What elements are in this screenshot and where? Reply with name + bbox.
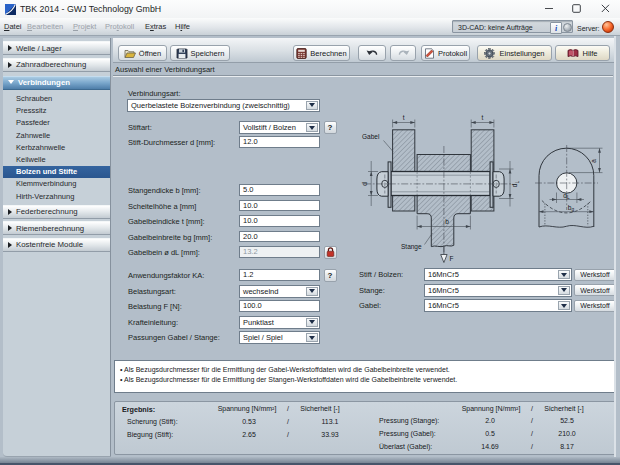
sidebar-group-riemenberechnung[interactable]: Riemenberechnung [3, 221, 110, 235]
result-row-sicherheit: 52.5 [542, 417, 592, 424]
info-icon[interactable]: i [550, 22, 562, 34]
menu-hilfe[interactable]: Hilfe [175, 22, 190, 31]
gabel-werkstoff-button[interactable]: Werkstoff [574, 300, 616, 312]
results-title: Ergebnis: [122, 405, 155, 414]
collapsed-arrow-icon [8, 45, 12, 51]
anwendungsfaktor-input[interactable]: 1.2 [239, 269, 320, 281]
sidebar-item-zahnwelle[interactable]: Zahnwelle [3, 129, 110, 141]
stiftart-help-button[interactable]: ? [324, 121, 337, 134]
sidebar-item-kerbzahnwelle[interactable]: Kerbzahnwelle [3, 141, 110, 153]
dropdown-arrow-icon[interactable] [306, 318, 318, 327]
sidebar-group-welle-lager[interactable]: Welle / Lager [3, 41, 110, 55]
undo-button[interactable] [358, 45, 386, 61]
gabelbeindicke-input[interactable]: 10.0 [239, 215, 320, 227]
fork-leg-left [393, 130, 415, 211]
dropdown-arrow-icon[interactable] [306, 101, 318, 110]
results-slash: / [531, 405, 533, 412]
sidebar-item-hirth-verzahnung[interactable]: Hirth-Verzahnung [3, 190, 110, 202]
help-button[interactable]: Hilfe [555, 45, 610, 61]
label-gabel: Gabel [362, 133, 380, 140]
menu-protokoll[interactable]: Protokoll [105, 22, 134, 31]
close-button[interactable] [592, 0, 618, 17]
settings-button[interactable]: Einstellungen [477, 45, 552, 61]
sidebar-item-bolzen-und-stifte[interactable]: Bolzen und Stifte [3, 166, 110, 178]
sidebar-item-presssitz[interactable]: Presssitz [3, 105, 110, 117]
gabelbeinbreite-input[interactable]: 20.0 [239, 231, 320, 243]
section-divider [113, 75, 613, 77]
results-col-sicherheit-right: Sicherheit [-] [541, 405, 587, 412]
gabel-material-select[interactable]: 16MnCr5 [424, 299, 572, 312]
menu-bearbeiten[interactable]: Bearbeiten [27, 22, 63, 31]
protocol-button[interactable]: Protokoll [421, 45, 470, 61]
dim-a: a [590, 159, 597, 163]
calculate-button[interactable]: Berechnen [293, 45, 350, 61]
result-row-spannung: 2.65 [219, 431, 279, 438]
result-row-label: Pressung (Gabel): [379, 430, 436, 437]
stift-durchmesser-input[interactable]: 12.0 [239, 136, 320, 148]
anwendungsfaktor-help-button[interactable]: ? [324, 269, 337, 282]
results-slash: / [531, 430, 533, 437]
stange-material-label: Stange: [359, 286, 385, 295]
dropdown-arrow-icon[interactable] [558, 286, 570, 295]
open-button[interactable]: Öffnen [118, 45, 167, 61]
stangendicke-input[interactable]: 5.0 [239, 184, 320, 196]
passungen-select[interactable]: Spiel / Spiel [239, 331, 320, 344]
dropdown-arrow-icon[interactable] [306, 123, 318, 132]
dim-bg: bg [568, 204, 575, 213]
sidebar-group-kostenfreie-module[interactable]: Kostenfreie Module [3, 238, 110, 252]
verbindungsart-select[interactable]: Querbelastete Bolzenverbindung (zweischn… [127, 99, 320, 112]
sidebar-item-keilwelle[interactable]: Keilwelle [3, 154, 110, 166]
calculator-icon [296, 48, 307, 59]
sidebar-group-federberechnung[interactable]: Federberechnung [3, 205, 110, 219]
sidebar-group-zahnradberechnung[interactable]: Zahnradberechnung [3, 58, 110, 72]
app-icon [5, 4, 16, 15]
results-slash: / [287, 405, 289, 412]
result-row-sicherheit: 33.93 [305, 431, 355, 438]
krafteinleitung-select[interactable]: Punktlast [239, 316, 320, 329]
passungen-label: Passungen Gabel / Stange: [128, 333, 220, 342]
stangendicke-label: Stangendicke b [mm]: [128, 186, 201, 195]
sidebar-item-passfeder[interactable]: Passfeder [3, 117, 110, 129]
notes-box: • Als Bezugsdurchmesser für die Ermittlu… [114, 360, 616, 393]
help-book-icon [567, 48, 579, 59]
maximize-button[interactable] [563, 0, 589, 17]
sidebar-item-klemmverbindung[interactable]: Klemmverbindung [3, 178, 110, 190]
results-slash: / [531, 443, 533, 450]
lock-button[interactable] [324, 246, 337, 259]
stiftart-label: Stiftart: [128, 123, 152, 132]
dropdown-arrow-icon[interactable] [558, 301, 570, 310]
result-row-spannung: 2.0 [460, 417, 520, 424]
belastung-input[interactable]: 100.0 [239, 300, 320, 312]
stange-werkstoff-button[interactable]: Werkstoff [574, 284, 616, 296]
gabelbeindicke-label: Gabelbeindicke t [mm]: [128, 217, 205, 226]
belastungsart-label: Belastungsart: [128, 287, 176, 296]
window-title: TBK 2014 - GWJ Technology GmbH [20, 4, 161, 14]
stiftart-select[interactable]: Vollstift / Bolzen [239, 121, 320, 134]
scheitelhoehe-input[interactable]: 10.0 [239, 200, 320, 212]
verbindungsart-label: Verbindungsart: [128, 89, 181, 98]
redo-button[interactable] [390, 45, 416, 61]
left-section-view [364, 130, 513, 252]
open-folder-icon [124, 48, 136, 59]
menu-datei[interactable]: Datei [4, 22, 22, 31]
results-slash: / [287, 418, 289, 425]
result-row-label: Überlast (Gabel): [379, 443, 432, 450]
menu-projekt[interactable]: Projekt [73, 22, 96, 31]
dim-t-left: t [403, 114, 405, 121]
dropdown-arrow-icon[interactable] [306, 333, 318, 342]
sidebar-group-verbindungen[interactable]: Verbindungen [3, 76, 110, 90]
belastungsart-select[interactable]: wechselnd [239, 285, 320, 298]
dropdown-arrow-icon[interactable] [306, 287, 318, 296]
stange-material-select[interactable]: 16MnCr5 [424, 284, 572, 297]
results-slash: / [531, 417, 533, 424]
menu-extras[interactable]: Extras [145, 22, 166, 31]
sidebar-item-schrauben[interactable]: Schrauben [3, 93, 110, 105]
save-button[interactable]: Speichern [170, 45, 230, 61]
status-bar [0, 457, 620, 465]
result-row-sicherheit: 113.1 [305, 418, 355, 425]
minimize-button[interactable] [536, 0, 562, 17]
server-label: Server: [577, 25, 600, 32]
server-status-dot [602, 21, 614, 33]
results-col-spannung-left: Spannung [N/mm²] [214, 405, 280, 412]
gabelbein-dl-input: 13.2 [239, 246, 320, 258]
